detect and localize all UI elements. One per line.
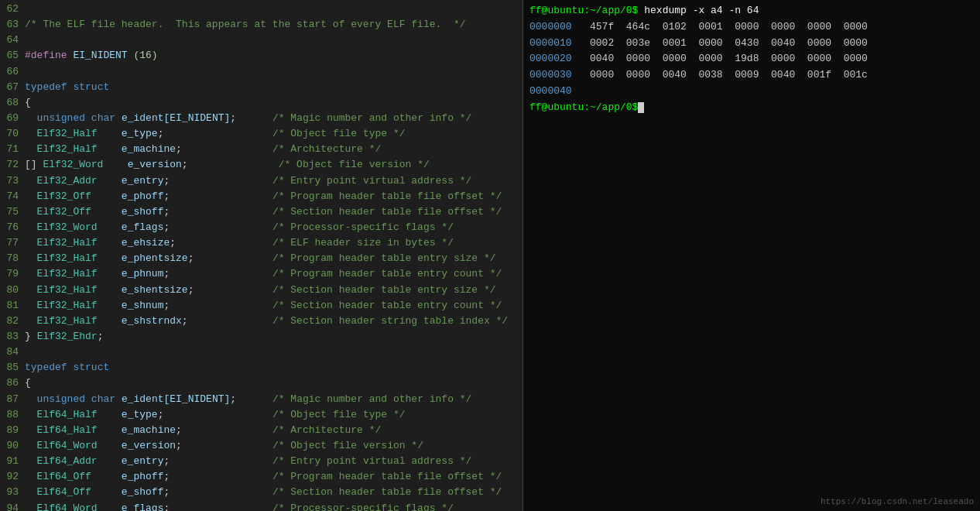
line-number: 83 bbox=[0, 329, 25, 345]
code-line: 91 Elf64_Addr e_entry; /* Entry point vi… bbox=[0, 454, 523, 469]
code-line: 68{ bbox=[0, 95, 523, 111]
line-content: Elf32_Word e_flags; /* Processor-specifi… bbox=[25, 220, 523, 235]
line-number: 81 bbox=[0, 298, 25, 314]
line-content: unsigned char e_ident[EI_NIDENT]; /* Mag… bbox=[25, 392, 523, 407]
line-content: Elf32_Half e_phnum; /* Program header ta… bbox=[25, 266, 523, 282]
terminal-panel: ff@ubuntu:~/app/0$ hexdump -x a4 -n 6400… bbox=[523, 0, 980, 511]
line-content: Elf64_Word e_version; /* Object file ver… bbox=[25, 438, 523, 454]
line-number: 94 bbox=[0, 501, 25, 512]
line-number: 90 bbox=[0, 438, 25, 454]
line-number: 82 bbox=[0, 314, 25, 329]
line-content: #define EI_NIDENT (16) bbox=[25, 48, 523, 63]
code-line: 76 Elf32_Word e_flags; /* Processor-spec… bbox=[0, 220, 523, 235]
line-content: unsigned char e_ident[EI_NIDENT]; /* Mag… bbox=[25, 111, 523, 126]
code-line: 77 Elf32_Half e_ehsize; /* ELF header si… bbox=[0, 235, 523, 251]
code-line: 94 Elf64_Word e_flags; /* Processor-spec… bbox=[0, 501, 523, 512]
line-content: Elf64_Off e_phoff; /* Program header tab… bbox=[25, 469, 523, 485]
line-number: 70 bbox=[0, 126, 25, 142]
line-number: 91 bbox=[0, 454, 25, 469]
line-number: 80 bbox=[0, 283, 25, 298]
line-content: Elf64_Addr e_entry; /* Entry point virtu… bbox=[25, 454, 523, 469]
code-line: 89 Elf64_Half e_machine; /* Architecture… bbox=[0, 423, 523, 438]
hex-values: 0040 0000 0000 0000 19d8 0000 0000 0000 bbox=[590, 53, 868, 64]
code-line: 86{ bbox=[0, 376, 523, 391]
line-number: 66 bbox=[0, 64, 25, 80]
line-content: Elf64_Half e_type; /* Object file type *… bbox=[25, 407, 523, 423]
line-number: 69 bbox=[0, 111, 25, 126]
code-line: 64 bbox=[0, 33, 523, 48]
hex-row: 0000020 0040 0000 0000 0000 19d8 0000 00… bbox=[529, 51, 974, 67]
line-number: 74 bbox=[0, 189, 25, 204]
code-line: 83} Elf32_Ehdr; bbox=[0, 329, 523, 345]
line-number: 92 bbox=[0, 469, 25, 485]
code-line: 82 Elf32_Half e_shstrndx; /* Section hea… bbox=[0, 314, 523, 329]
line-number: 63 bbox=[0, 17, 25, 33]
code-line: 67typedef struct bbox=[0, 80, 523, 95]
code-line: 65#define EI_NIDENT (16) bbox=[0, 48, 523, 63]
line-content: Elf32_Off e_phoff; /* Program header tab… bbox=[25, 189, 523, 204]
code-line: 62 bbox=[0, 2, 523, 17]
line-content bbox=[25, 2, 523, 17]
code-line: 93 Elf64_Off e_shoff; /* Section header … bbox=[0, 485, 523, 500]
hex-address: 0000000 bbox=[529, 21, 572, 33]
line-number: 88 bbox=[0, 407, 25, 423]
line-number: 78 bbox=[0, 251, 25, 266]
code-line: 70 Elf32_Half e_type; /* Object file typ… bbox=[0, 126, 523, 142]
line-number: 89 bbox=[0, 423, 25, 438]
code-line: 75 Elf32_Off e_shoff; /* Section header … bbox=[0, 204, 523, 220]
line-content: } Elf32_Ehdr; bbox=[25, 329, 523, 345]
code-line: 74 Elf32_Off e_phoff; /* Program header … bbox=[0, 189, 523, 204]
line-number: 79 bbox=[0, 266, 25, 282]
watermark: https://blog.csdn.net/leaseado bbox=[821, 497, 974, 506]
line-number: 93 bbox=[0, 485, 25, 500]
code-panel: 6263/* The ELF file header. This appears… bbox=[0, 0, 523, 511]
terminal-command: hexdump -x a4 -n 64 bbox=[638, 5, 759, 16]
line-number: 68 bbox=[0, 95, 25, 111]
line-number: 77 bbox=[0, 235, 25, 251]
terminal-prompt-2: ff@ubuntu:~/app/0$ bbox=[529, 101, 638, 113]
line-number: 76 bbox=[0, 220, 25, 235]
terminal-prompt-line: ff@ubuntu:~/app/0$ bbox=[529, 100, 974, 116]
code-line: 63/* The ELF file header. This appears a… bbox=[0, 17, 523, 33]
line-content: Elf32_Half e_phentsize; /* Program heade… bbox=[25, 251, 523, 266]
code-line: 71 Elf32_Half e_machine; /* Architecture… bbox=[0, 142, 523, 157]
code-line: 66 bbox=[0, 64, 523, 80]
line-content: Elf32_Half e_shentsize; /* Section heade… bbox=[25, 283, 523, 298]
line-content bbox=[25, 345, 523, 360]
line-content: { bbox=[25, 376, 523, 391]
hex-row: 0000000 457f 464c 0102 0001 0000 0000 00… bbox=[529, 19, 974, 36]
line-number: 87 bbox=[0, 392, 25, 407]
line-number: 67 bbox=[0, 80, 25, 95]
line-number: 75 bbox=[0, 204, 25, 220]
code-line: 78 Elf32_Half e_phentsize; /* Program he… bbox=[0, 251, 523, 266]
hex-row: 0000040 bbox=[529, 84, 974, 100]
code-line: 80 Elf32_Half e_shentsize; /* Section he… bbox=[0, 283, 523, 298]
line-number: 72 bbox=[0, 157, 25, 173]
line-content: [] Elf32_Word e_version; /* Object file … bbox=[25, 157, 523, 173]
code-line: 81 Elf32_Half e_shnum; /* Section header… bbox=[0, 298, 523, 314]
hex-values: 457f 464c 0102 0001 0000 0000 0000 0000 bbox=[590, 21, 868, 33]
line-content: /* The ELF file header. This appears at … bbox=[25, 17, 523, 33]
terminal-prompt: ff@ubuntu:~/app/0$ bbox=[529, 5, 638, 16]
code-line: 69 unsigned char e_ident[EI_NIDENT]; /* … bbox=[0, 111, 523, 126]
hex-values: 0000 0000 0040 0038 0009 0040 001f 001c bbox=[590, 69, 868, 81]
line-number: 64 bbox=[0, 33, 25, 48]
code-line: 87 unsigned char e_ident[EI_NIDENT]; /* … bbox=[0, 392, 523, 407]
code-line: 88 Elf64_Half e_type; /* Object file typ… bbox=[0, 407, 523, 423]
line-content: Elf64_Half e_machine; /* Architecture */ bbox=[25, 423, 523, 438]
code-line: 73 Elf32_Addr e_entry; /* Entry point vi… bbox=[0, 173, 523, 189]
code-line: 79 Elf32_Half e_phnum; /* Program header… bbox=[0, 266, 523, 282]
line-content: Elf64_Word e_flags; /* Processor-specifi… bbox=[25, 501, 523, 512]
terminal-command-line: ff@ubuntu:~/app/0$ hexdump -x a4 -n 64 bbox=[529, 3, 974, 19]
line-content: Elf32_Off e_shoff; /* Section header tab… bbox=[25, 204, 523, 220]
line-content: typedef struct bbox=[25, 80, 523, 95]
line-content: Elf32_Half e_shstrndx; /* Section header… bbox=[25, 314, 523, 329]
line-content: Elf32_Half e_ehsize; /* ELF header size … bbox=[25, 235, 523, 251]
line-number: 71 bbox=[0, 142, 25, 157]
hex-address: 0000020 bbox=[529, 53, 572, 64]
line-content: Elf32_Half e_machine; /* Architecture */ bbox=[25, 142, 523, 157]
code-line: 85typedef struct bbox=[0, 360, 523, 376]
line-content bbox=[25, 64, 523, 80]
line-content: Elf64_Off e_shoff; /* Section header tab… bbox=[25, 485, 523, 500]
line-content bbox=[25, 33, 523, 48]
